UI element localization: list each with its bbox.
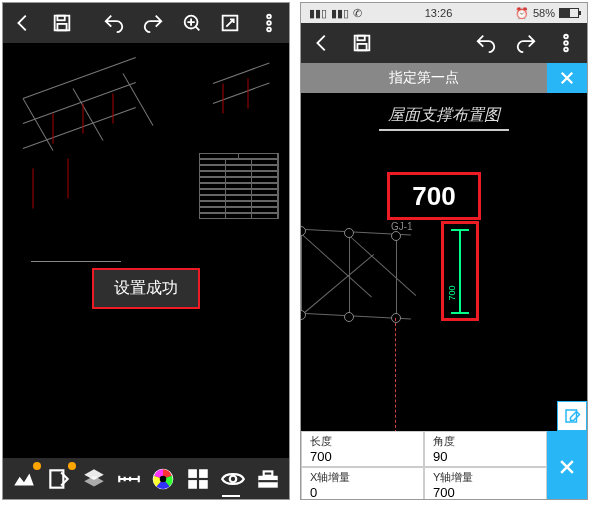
left-screenshot: 设置成功 bbox=[2, 2, 290, 500]
svg-rect-20 bbox=[357, 36, 364, 41]
dy-cell[interactable]: Y轴增量 700 bbox=[424, 467, 547, 500]
toolbox-icon[interactable] bbox=[253, 464, 283, 494]
cad-table bbox=[199, 153, 279, 233]
panel-close-button[interactable] bbox=[547, 431, 587, 500]
cad-detail bbox=[213, 73, 283, 143]
svg-rect-14 bbox=[199, 480, 208, 489]
dimension-input[interactable]: 700 bbox=[394, 178, 474, 214]
bottom-toolbar bbox=[3, 458, 289, 500]
measure-icon[interactable] bbox=[114, 464, 144, 494]
redo-icon[interactable] bbox=[513, 30, 539, 56]
svg-rect-13 bbox=[188, 480, 197, 489]
cad-drawing bbox=[23, 78, 203, 198]
dx-value: 0 bbox=[310, 485, 415, 500]
status-time: 13:26 bbox=[362, 7, 515, 19]
svg-point-22 bbox=[564, 35, 568, 39]
layers-icon[interactable] bbox=[79, 464, 109, 494]
right-screenshot: ▮▮▯ ▮▮▯ ✆ 13:26 ⏰ 58% bbox=[300, 2, 588, 500]
edit-tool-icon[interactable] bbox=[44, 464, 74, 494]
svg-rect-11 bbox=[188, 469, 197, 478]
more-icon[interactable] bbox=[256, 10, 281, 36]
svg-point-7 bbox=[267, 28, 271, 32]
svg-point-10 bbox=[160, 476, 167, 483]
svg-rect-12 bbox=[199, 469, 208, 478]
axis-line bbox=[395, 318, 396, 431]
cad-canvas[interactable]: 屋面支撑布置图 bbox=[301, 93, 587, 431]
angle-cell[interactable]: 角度 90 bbox=[424, 431, 547, 467]
undo-icon[interactable] bbox=[473, 30, 499, 56]
dx-label: X轴增量 bbox=[310, 470, 415, 485]
member-label: GJ-1 bbox=[391, 221, 413, 232]
svg-rect-17 bbox=[263, 471, 272, 475]
length-label: 长度 bbox=[310, 434, 415, 449]
cad-canvas[interactable]: 设置成功 bbox=[3, 43, 289, 458]
svg-rect-2 bbox=[57, 24, 66, 30]
fullscreen-icon[interactable] bbox=[218, 10, 243, 36]
back-icon[interactable] bbox=[11, 10, 36, 36]
signal-icon-2: ▮▮▯ bbox=[331, 7, 349, 20]
dy-value: 700 bbox=[433, 485, 538, 500]
svg-point-23 bbox=[564, 41, 568, 45]
svg-point-6 bbox=[267, 21, 271, 25]
cad-truss bbox=[301, 93, 587, 431]
dimension-line bbox=[459, 230, 461, 314]
svg-point-5 bbox=[267, 15, 271, 19]
top-toolbar bbox=[301, 23, 587, 63]
status-bar: ▮▮▯ ▮▮▯ ✆ 13:26 ⏰ 58% bbox=[301, 3, 587, 23]
edit-fab-button[interactable] bbox=[557, 401, 587, 431]
angle-value: 90 bbox=[433, 449, 538, 464]
alarm-icon: ⏰ bbox=[515, 7, 529, 20]
toast-message: 设置成功 bbox=[92, 268, 200, 309]
length-cell[interactable]: 长度 700 bbox=[301, 431, 424, 467]
svg-rect-1 bbox=[57, 16, 64, 21]
angle-label: 角度 bbox=[433, 434, 538, 449]
svg-point-24 bbox=[564, 48, 568, 52]
command-prompt-text: 指定第一点 bbox=[301, 69, 547, 87]
dx-cell[interactable]: X轴增量 0 bbox=[301, 467, 424, 500]
back-icon[interactable] bbox=[309, 30, 335, 56]
zoom-extents-icon[interactable] bbox=[179, 10, 204, 36]
battery-icon bbox=[559, 8, 579, 18]
grid-icon[interactable] bbox=[183, 464, 213, 494]
command-prompt-bar: 指定第一点 bbox=[301, 63, 587, 93]
save-icon[interactable] bbox=[50, 10, 75, 36]
svg-rect-21 bbox=[357, 44, 366, 50]
phone-icon: ✆ bbox=[353, 7, 362, 20]
battery-text: 58% bbox=[533, 7, 555, 19]
dimension-label: 700 bbox=[447, 285, 457, 300]
signal-icon: ▮▮▯ bbox=[309, 7, 327, 20]
undo-icon[interactable] bbox=[102, 10, 127, 36]
color-wheel-icon[interactable] bbox=[148, 464, 178, 494]
dy-label: Y轴增量 bbox=[433, 470, 538, 485]
top-toolbar bbox=[3, 3, 289, 43]
length-value: 700 bbox=[310, 449, 415, 464]
coordinate-panel: 长度 700 角度 90 X轴增量 0 Y轴增量 700 bbox=[301, 431, 587, 500]
svg-point-15 bbox=[230, 476, 237, 483]
redo-icon[interactable] bbox=[141, 10, 166, 36]
more-icon[interactable] bbox=[553, 30, 579, 56]
view-icon[interactable] bbox=[218, 464, 248, 494]
draw-tool-icon[interactable] bbox=[9, 464, 39, 494]
svg-rect-18 bbox=[258, 480, 278, 482]
prompt-close-button[interactable] bbox=[547, 63, 587, 93]
save-icon[interactable] bbox=[349, 30, 375, 56]
